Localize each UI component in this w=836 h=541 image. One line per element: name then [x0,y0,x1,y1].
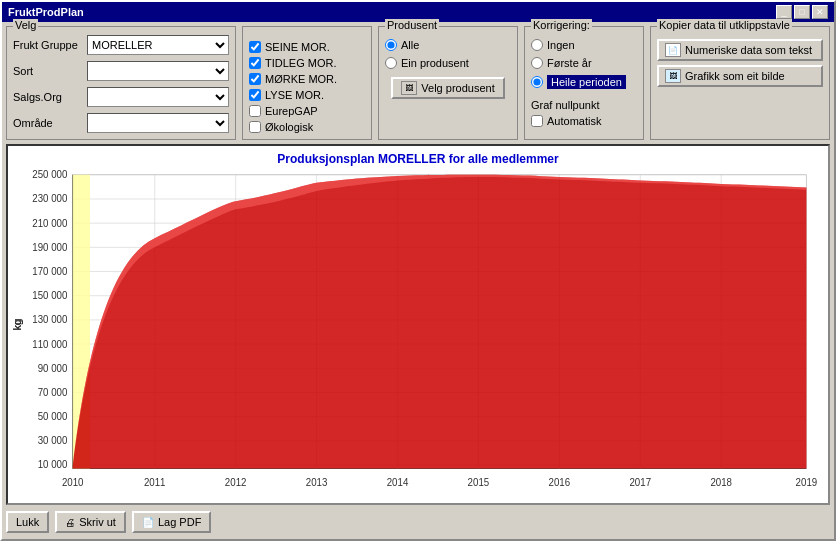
ingen-radio[interactable] [531,39,543,51]
omrade-label: Område [13,117,83,129]
numeriske-btn-container: 📄 Numeriske data som tekst [657,39,823,61]
automatisk-checkbox[interactable] [531,115,543,127]
svg-text:250 000: 250 000 [32,169,67,180]
ein-radio[interactable] [385,57,397,69]
seine-mor-row: SEINE MOR. [249,41,365,53]
heile-row: Heile perioden [531,75,637,89]
close-button[interactable]: ✕ [812,5,828,19]
chart-svg: 250 000 230 000 210 000 190 000 170 000 … [8,146,828,503]
maximize-button[interactable]: □ [794,5,810,19]
svg-text:10 000: 10 000 [38,459,68,470]
velg-produsent-button[interactable]: 🖼 Velg produsent [391,77,504,99]
kopier-label: Kopier data til utklippstavle [657,19,792,31]
lag-pdf-button[interactable]: 📄 Lag PDF [132,511,211,533]
automatisk-label: Automatisk [547,115,601,127]
morke-mor-row: MØRKE MOR. [249,73,365,85]
velg-group: Velg Frukt Gruppe MORELLER Sort Salgs.Or… [6,26,236,140]
svg-text:2018: 2018 [710,476,732,487]
svg-text:2016: 2016 [549,476,571,487]
tidleg-mor-label: TIDLEG MOR. [265,57,337,69]
eurepgap-label: EurepGAP [265,105,318,117]
eurepgap-row: EurepGAP [249,105,365,117]
morke-mor-checkbox[interactable] [249,73,261,85]
svg-text:2010: 2010 [62,476,84,487]
svg-text:110 000: 110 000 [32,338,67,349]
korrigering-group: Korrigering: Ingen Første år Heile perio… [524,26,644,140]
sort-label: Sort [13,65,83,77]
ingen-label: Ingen [547,39,575,51]
omrade-select[interactable] [87,113,229,133]
morke-mor-label: MØRKE MOR. [265,73,337,85]
seine-mor-checkbox[interactable] [249,41,261,53]
numeriske-icon: 📄 [665,43,681,57]
produsent-label: Produsent [385,19,439,31]
okologisk-row: Økologisk [249,121,365,133]
tidleg-mor-checkbox[interactable] [249,57,261,69]
skriv-ut-button[interactable]: 🖨 Skriv ut [55,511,126,533]
svg-text:2014: 2014 [387,476,409,487]
svg-text:130 000: 130 000 [32,314,67,325]
okologisk-checkbox[interactable] [249,121,261,133]
svg-text:2015: 2015 [468,476,490,487]
frukt-gruppe-label: Frukt Gruppe [13,39,83,51]
lyse-mor-checkbox[interactable] [249,89,261,101]
produsent-group: Produsent Alle Ein produsent 🖼 Velg prod… [378,26,518,140]
tidleg-mor-row: TIDLEG MOR. [249,57,365,69]
eurepgap-checkbox[interactable] [249,105,261,117]
lyse-mor-label: LYSE MOR. [265,89,324,101]
svg-text:190 000: 190 000 [32,242,67,253]
heile-radio[interactable] [531,76,543,88]
svg-text:90 000: 90 000 [38,362,68,373]
svg-text:kg: kg [11,318,23,330]
svg-text:210 000: 210 000 [32,217,67,228]
kopier-group: Kopier data til utklippstavle 📄 Numerisk… [650,26,830,140]
salgs-org-label: Salgs.Org [13,91,83,103]
okologisk-label: Økologisk [265,121,313,133]
sort-row: Sort [13,61,229,81]
heile-label: Heile perioden [547,75,626,89]
chart-area: Produksjonsplan MORELLER for alle medlem… [6,144,830,505]
omrade-row: Område [13,113,229,133]
svg-text:150 000: 150 000 [32,290,67,301]
titlebar-buttons: _ □ ✕ [776,5,828,19]
lyse-mor-row: LYSE MOR. [249,89,365,101]
svg-text:2019: 2019 [796,476,818,487]
salgs-org-select[interactable] [87,87,229,107]
alle-label: Alle [401,39,419,51]
top-panel: Velg Frukt Gruppe MORELLER Sort Salgs.Or… [6,26,830,140]
forste-ar-label: Første år [547,57,592,69]
alle-radio[interactable] [385,39,397,51]
frukt-gruppe-row: Frukt Gruppe MORELLER [13,35,229,55]
svg-text:30 000: 30 000 [38,435,68,446]
korrigering-label: Korrigering: [531,19,592,31]
main-window: FruktProdPlan _ □ ✕ Velg Frukt Gruppe MO… [0,0,836,541]
printer-icon: 🖨 [65,517,75,528]
graf-nullpunkt-label: Graf nullpunkt [531,99,637,111]
graf-nullpunkt-section: Graf nullpunkt Automatisk [531,99,637,127]
sort-select[interactable] [87,61,229,81]
automatisk-row: Automatisk [531,115,637,127]
lukk-button[interactable]: Lukk [6,511,49,533]
main-content: Velg Frukt Gruppe MORELLER Sort Salgs.Or… [2,22,834,539]
minimize-button[interactable]: _ [776,5,792,19]
frukt-gruppe-select[interactable]: MORELLER [87,35,229,55]
alle-row: Alle [385,39,511,51]
svg-text:50 000: 50 000 [38,411,68,422]
window-title: FruktProdPlan [8,6,84,18]
svg-text:2011: 2011 [144,476,166,487]
pdf-icon: 📄 [142,517,154,528]
grafikk-button[interactable]: 🖼 Grafikk som eit bilde [657,65,823,87]
numeriske-button[interactable]: 📄 Numeriske data som tekst [657,39,823,61]
ingen-row: Ingen [531,39,637,51]
checkboxes-group: SEINE MOR. TIDLEG MOR. MØRKE MOR. LYSE M… [242,26,372,140]
velg-label: Velg [13,19,38,31]
ein-label: Ein produsent [401,57,469,69]
forste-ar-row: Første år [531,57,637,69]
velg-produsent-container: 🖼 Velg produsent [385,77,511,99]
grafikk-icon: 🖼 [665,69,681,83]
ein-row: Ein produsent [385,57,511,69]
seine-mor-label: SEINE MOR. [265,41,330,53]
svg-text:170 000: 170 000 [32,266,67,277]
velg-produsent-icon: 🖼 [401,81,417,95]
forste-ar-radio[interactable] [531,57,543,69]
